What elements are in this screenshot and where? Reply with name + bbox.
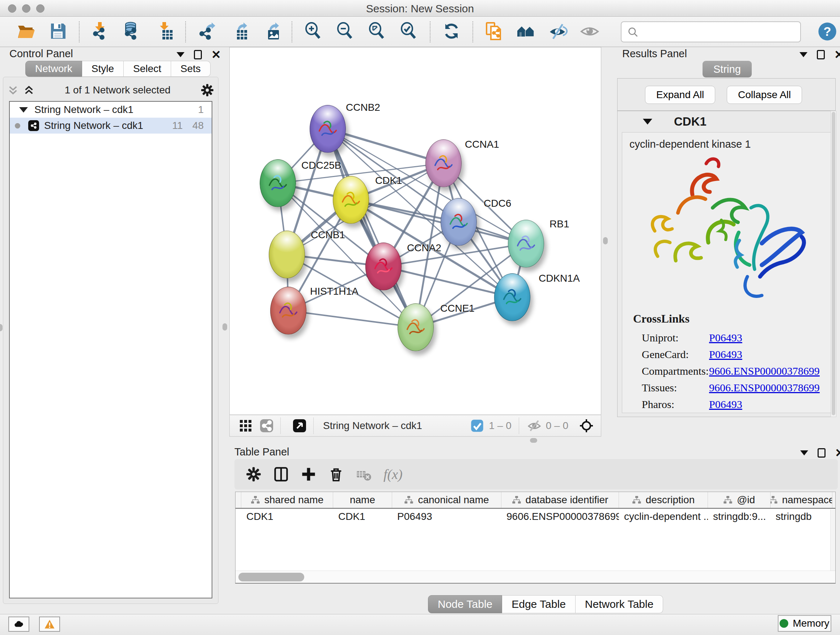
- column-header-name[interactable]: name: [333, 492, 392, 508]
- apply-layout-button[interactable]: [440, 20, 463, 43]
- save-session-button[interactable]: [46, 20, 69, 43]
- network-options-gear-icon[interactable]: [200, 83, 215, 97]
- tab-sets[interactable]: Sets: [171, 61, 210, 77]
- column-header-canonical-name[interactable]: canonical name: [392, 492, 501, 508]
- tab-edge-table[interactable]: Edge Table: [502, 595, 576, 613]
- zoom-in-button[interactable]: [302, 20, 325, 43]
- network-node-CDKN1A[interactable]: [494, 273, 531, 321]
- table-cell[interactable]: P06493: [392, 511, 501, 523]
- collection-expand-icon[interactable]: [19, 107, 28, 112]
- table-cell[interactable]: cyclin-dependent ...: [619, 511, 708, 523]
- tab-network[interactable]: Network: [25, 61, 82, 77]
- network-collection-row[interactable]: String Network – cdk1 1: [10, 102, 212, 118]
- warning-status-button[interactable]: [39, 616, 60, 632]
- crosslink-link[interactable]: 9606.ENSP00000378699: [709, 382, 820, 394]
- hide-selected-button[interactable]: [546, 20, 569, 43]
- right-splitter-handle[interactable]: [603, 237, 608, 244]
- node-section-header[interactable]: CDK1: [617, 111, 835, 132]
- table-cell[interactable]: stringdb:9...: [708, 511, 771, 523]
- show-all-button[interactable]: [578, 20, 601, 43]
- delete-table-button[interactable]: [352, 463, 375, 486]
- selected-checkbox-icon[interactable]: [469, 418, 485, 434]
- crosslink-link[interactable]: P06493: [709, 332, 742, 344]
- table-options-gear-button[interactable]: [242, 463, 265, 486]
- fit-selected-crosshair-icon[interactable]: [578, 418, 594, 434]
- function-builder-button[interactable]: f(x): [384, 466, 403, 482]
- table-panel-close-icon[interactable]: ✕: [835, 448, 840, 458]
- control-panel-close-icon[interactable]: ✕: [211, 50, 221, 59]
- column-header--id[interactable]: @id: [708, 492, 771, 508]
- first-neighbors-button[interactable]: [515, 20, 538, 43]
- left-splitter-handle[interactable]: [223, 323, 227, 331]
- collapse-all-icon[interactable]: [7, 84, 19, 96]
- import-table-button[interactable]: [153, 20, 176, 43]
- control-panel-float-icon[interactable]: [194, 50, 202, 59]
- table-panel-menu-icon[interactable]: [800, 450, 808, 455]
- search-input[interactable]: [621, 21, 801, 42]
- network-node-CCNA2[interactable]: [365, 242, 401, 290]
- show-columns-button[interactable]: [270, 463, 292, 486]
- network-node-CDC25B[interactable]: [260, 159, 296, 207]
- network-view-canvas[interactable]: CCNB2 CCNA1 CDC25B CDK1 CDC6: [229, 47, 601, 415]
- network-edge[interactable]: [328, 129, 416, 327]
- expand-all-button[interactable]: Expand All: [645, 86, 715, 104]
- section-collapse-icon[interactable]: [643, 119, 652, 125]
- table-panel-float-icon[interactable]: [818, 448, 826, 458]
- zoom-out-button[interactable]: [333, 20, 357, 43]
- crosslink-link[interactable]: P06493: [709, 348, 742, 361]
- memory-button[interactable]: Memory: [778, 615, 831, 632]
- create-column-button[interactable]: [297, 463, 320, 486]
- network-row[interactable]: String Network – cdk1 11 48: [10, 118, 212, 134]
- open-session-button[interactable]: [14, 20, 38, 43]
- network-node-CDC6[interactable]: [441, 198, 477, 246]
- table-horizontal-scrollbar[interactable]: [235, 570, 835, 583]
- string-share-icon[interactable]: [259, 418, 275, 434]
- tab-style[interactable]: Style: [82, 61, 124, 77]
- export-image-button[interactable]: [259, 20, 282, 43]
- column-header-shared-name[interactable]: shared name: [241, 492, 333, 508]
- column-header-database-identifier[interactable]: database identifier: [501, 492, 619, 508]
- zoom-selected-button[interactable]: [397, 20, 420, 43]
- table-cell[interactable]: CDK1: [241, 511, 333, 523]
- export-network-button[interactable]: [195, 20, 218, 43]
- table-cell[interactable]: 9606.ENSP00000378699: [501, 511, 619, 523]
- results-panel-float-icon[interactable]: [817, 50, 825, 59]
- open-in-window-icon[interactable]: [292, 418, 308, 434]
- hscroll-thumb[interactable]: [238, 573, 304, 581]
- tab-select[interactable]: Select: [124, 61, 171, 77]
- column-header-description[interactable]: description: [619, 492, 708, 508]
- table-cell[interactable]: CDK1: [333, 511, 392, 523]
- bottom-splitter-handle[interactable]: [530, 438, 537, 443]
- import-network-button[interactable]: [89, 20, 112, 43]
- tab-string[interactable]: String: [703, 61, 752, 78]
- birdseye-view-icon[interactable]: [238, 418, 254, 434]
- control-panel-menu-icon[interactable]: [177, 52, 185, 57]
- tab-network-table[interactable]: Network Table: [576, 595, 663, 613]
- network-node-CCNA1[interactable]: [425, 139, 462, 187]
- window-edge-handle[interactable]: [0, 324, 3, 331]
- network-node-CCNB1[interactable]: [269, 231, 305, 279]
- results-scrollbar[interactable]: [831, 111, 836, 417]
- table-vertical-scrollbar[interactable]: [830, 509, 835, 570]
- crosslink-link[interactable]: 9606.ENSP00000378699: [709, 365, 820, 377]
- network-node-CDK1[interactable]: [333, 176, 369, 224]
- network-node-CCNE1[interactable]: [398, 303, 434, 351]
- network-edge[interactable]: [288, 310, 416, 327]
- expand-all-icon[interactable]: [23, 84, 35, 96]
- network-node-HIST1H1A[interactable]: [270, 287, 306, 334]
- network-node-RB1[interactable]: [508, 220, 544, 268]
- import-network-database-button[interactable]: [121, 20, 144, 43]
- export-table-button[interactable]: [227, 20, 250, 43]
- delete-column-button[interactable]: [325, 463, 347, 486]
- table-cell[interactable]: stringdb: [771, 511, 832, 523]
- help-button[interactable]: ?: [817, 21, 838, 42]
- duplicate-network-button[interactable]: [483, 20, 506, 43]
- results-panel-close-icon[interactable]: ✕: [834, 50, 840, 59]
- tab-node-table[interactable]: Node Table: [428, 595, 502, 613]
- table-row[interactable]: CDK1CDK1P064939606.ENSP00000378699cyclin…: [235, 509, 835, 524]
- zoom-fit-button[interactable]: [365, 20, 388, 43]
- crosslink-link[interactable]: P06493: [709, 398, 742, 410]
- results-panel-menu-icon[interactable]: [799, 52, 807, 57]
- column-header-namespace[interactable]: namespace: [771, 492, 832, 508]
- collapse-all-button[interactable]: Collapse All: [727, 86, 802, 104]
